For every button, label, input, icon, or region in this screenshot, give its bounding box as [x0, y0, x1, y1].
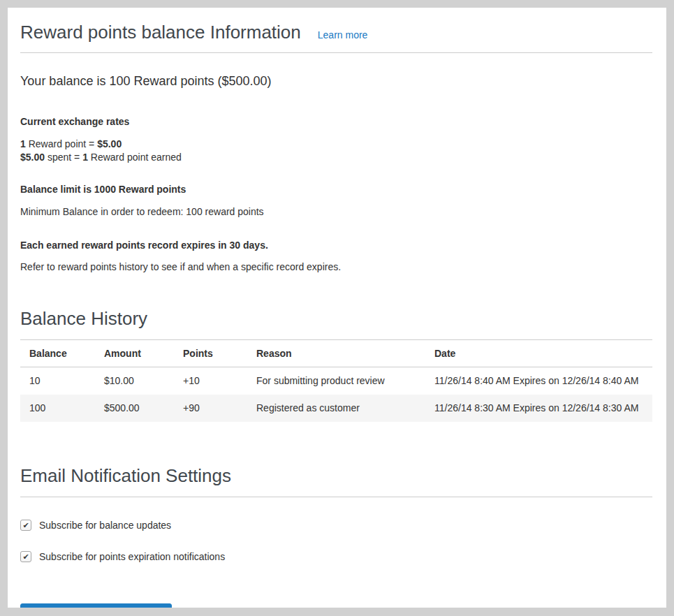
column-header-reason: Reason [247, 340, 425, 367]
expiration-notifications-checkbox[interactable] [20, 551, 31, 562]
email-settings-heading: Email Notification Settings [20, 465, 652, 497]
subscription-option-balance-updates[interactable]: Subscribe for balance updates [20, 520, 652, 531]
earn-rate-points: 1 [20, 138, 26, 149]
balance-updates-checkbox[interactable] [20, 520, 31, 531]
column-header-points: Points [174, 340, 247, 367]
subscription-option-expiration-notifications[interactable]: Subscribe for points expiration notifica… [20, 551, 652, 562]
balance-history-table: Balance Amount Points Reason Date 10 $10… [20, 339, 652, 422]
spend-rate-suffix: Reward point earned [88, 152, 182, 163]
page-title: Reward points balance Information [20, 22, 301, 43]
exchange-rate-earn: 1 Reward point = $5.00 [20, 138, 652, 151]
balance-history-heading: Balance History [20, 308, 652, 330]
table-row: 100 $500.00 +90 Registered as customer 1… [20, 395, 652, 422]
table-row: 10 $10.00 +10 For submitting product rev… [20, 367, 652, 395]
cell-balance: 100 [20, 395, 95, 422]
cell-reason: Registered as customer [247, 395, 425, 422]
option-label[interactable]: Subscribe for points expiration notifica… [39, 551, 225, 562]
table-header-row: Balance Amount Points Reason Date [20, 340, 652, 367]
minimum-redeem-text: Minimum Balance in order to redeem: 100 … [20, 206, 652, 217]
expiration-rule-text: Each earned reward points record expires… [20, 240, 652, 251]
cell-date: 11/26/14 8:40 AM Expires on 12/26/14 8:4… [425, 367, 652, 395]
exchange-rates-heading: Current exchange rates [20, 116, 652, 127]
expiration-note-text: Refer to reward points history to see if… [20, 261, 652, 272]
column-header-amount: Amount [95, 340, 174, 367]
earn-rate-value: $5.00 [97, 138, 122, 149]
cell-amount: $10.00 [95, 367, 174, 395]
learn-more-link[interactable]: Learn more [318, 29, 368, 41]
cell-balance: 10 [20, 367, 95, 395]
column-header-date: Date [425, 340, 652, 367]
option-label[interactable]: Subscribe for balance updates [39, 520, 171, 531]
cell-amount: $500.00 [95, 395, 174, 422]
spend-rate-text: spent = [45, 152, 82, 163]
cell-date: 11/26/14 8:30 AM Expires on 12/26/14 8:3… [425, 395, 652, 422]
exchange-rate-spend: $5.00 spent = 1 Reward point earned [20, 151, 652, 164]
column-header-balance: Balance [20, 340, 95, 367]
balance-summary: Your balance is 100 Reward points ($500.… [20, 74, 652, 89]
spend-rate-value: $5.00 [20, 152, 45, 163]
content-panel: Reward points balance Information Learn … [8, 8, 666, 608]
cell-reason: For submitting product review [247, 367, 425, 395]
balance-limit-text: Balance limit is 1000 Reward points [20, 184, 652, 195]
cell-points: +90 [174, 395, 247, 422]
earn-rate-text: Reward point = [26, 138, 97, 149]
spend-rate-points: 1 [82, 152, 88, 163]
cell-points: +10 [174, 367, 247, 395]
save-subscription-button[interactable]: Save Subscription Settings [20, 603, 172, 608]
page-header: Reward points balance Information Learn … [20, 8, 652, 53]
